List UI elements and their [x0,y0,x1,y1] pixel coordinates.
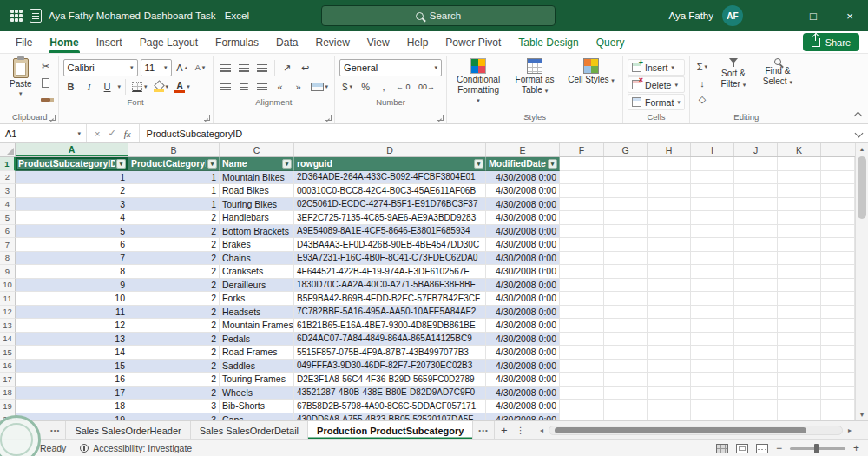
row-header-11[interactable]: 11 [0,292,16,306]
cell-K2[interactable] [778,171,821,185]
percent-style-button[interactable]: % [358,80,373,95]
cell-B12[interactable]: 2 [128,306,220,320]
cell-F1[interactable] [560,157,604,171]
cell-E18[interactable]: 4/30/2008 0:00 [486,387,560,400]
cell-C2[interactable]: Mountain Bikes [220,171,294,185]
cell-D3[interactable]: 000310C0-BCC8-42C4-B0C3-45AE611AF06B [294,184,486,198]
insert-cells-button[interactable]: Insert▾ [628,59,685,76]
cell-A17[interactable]: 16 [16,373,128,387]
cell-B20[interactable]: 3 [128,413,220,421]
cell-H15[interactable] [648,346,691,360]
cell-G14[interactable] [604,333,648,347]
cell-K4[interactable] [778,198,821,212]
cell-F3[interactable] [560,184,604,198]
cell-F6[interactable] [560,225,604,239]
cell-G18[interactable] [604,387,648,400]
cell-H9[interactable] [648,265,691,279]
cell-D19[interactable]: 67B58D2B-5798-4A90-8C6C-5DDACF057171 [294,400,486,413]
row-header-3[interactable]: 3 [0,184,16,198]
menu-tab-page-layout[interactable]: Page Layout [131,31,207,53]
column-header-F[interactable]: F [560,143,604,156]
cell-H13[interactable] [648,319,691,333]
cell-J13[interactable] [734,319,778,333]
menu-tab-formulas[interactable]: Formulas [207,31,267,53]
cell-I9[interactable] [691,265,734,279]
formula-input[interactable]: ProductSubcategoryID [140,124,849,142]
sheet-tab-sales-salesorderdetail[interactable]: Sales SalesOrderDetail [191,421,308,439]
cell-C11[interactable]: Forks [220,292,294,306]
cell-I1[interactable] [691,157,734,171]
menu-tab-help[interactable]: Help [398,31,437,53]
menu-tab-table-design[interactable]: Table Design [510,31,587,53]
cell-G11[interactable] [604,292,648,306]
cell-A8[interactable]: 7 [16,252,128,266]
cell-E7[interactable]: 4/30/2008 0:00 [486,238,560,252]
cell-K6[interactable] [778,225,821,239]
cell-D1[interactable]: rowguid▾ [294,157,486,171]
align-right-button[interactable] [254,80,270,95]
cell-B18[interactable]: 2 [128,387,220,400]
cell-C19[interactable]: Bib-Shorts [220,400,294,413]
cut-button[interactable]: ✂ [38,59,54,74]
cell-A16[interactable]: 15 [16,360,128,373]
cell-C12[interactable]: Headsets [220,306,294,320]
close-button[interactable]: × [832,0,868,31]
row-header-1[interactable]: 1 [0,157,16,171]
cancel-entry-icon[interactable]: × [95,129,100,139]
cell-J2[interactable] [734,171,778,185]
number-format-select[interactable]: General▾ [339,59,442,76]
cell-D9[interactable]: 4F644521-422B-4F19-974A-E3DF6102567E [294,265,486,279]
page-break-view-button[interactable] [756,444,768,453]
cell-B19[interactable]: 3 [128,400,220,413]
cell-E3[interactable]: 4/30/2008 0:00 [486,184,560,198]
search-box[interactable]: Search [321,5,556,26]
cell-G20[interactable] [604,413,648,421]
cell-J19[interactable] [734,400,778,413]
cell-K12[interactable] [778,306,821,320]
cell-G3[interactable] [604,184,648,198]
cell-B9[interactable]: 2 [128,265,220,279]
align-center-button[interactable] [236,80,252,95]
cell-J14[interactable] [734,333,778,347]
cell-F2[interactable] [560,171,604,185]
orientation-button[interactable]: ↗ [279,61,295,76]
align-top-button[interactable] [218,61,233,76]
cell-J9[interactable] [734,265,778,279]
column-header-C[interactable]: C [220,143,294,156]
user-name[interactable]: Aya Fathy [668,10,713,21]
cell-I15[interactable] [691,346,734,360]
cell-I3[interactable] [691,184,734,198]
cell-A11[interactable]: 10 [16,292,128,306]
row-header-19[interactable]: 19 [0,400,16,413]
cell-E17[interactable]: 4/30/2008 0:00 [486,373,560,387]
cell-I10[interactable] [691,279,734,293]
cell-K7[interactable] [778,238,821,252]
cell-B1[interactable]: ProductCategoryID▾ [128,157,220,171]
row-header-17[interactable]: 17 [0,373,16,387]
delete-cells-button[interactable]: Delete▾ [628,76,685,93]
cell-J10[interactable] [734,279,778,293]
cell-J6[interactable] [734,225,778,239]
cell-C3[interactable]: Road Bikes [220,184,294,198]
cell-B17[interactable]: 2 [128,373,220,387]
copy-button[interactable] [38,76,54,90]
conditional-formatting-button[interactable]: Conditional Formatting ▾ [451,56,505,107]
cell-F12[interactable] [560,306,604,320]
normal-view-button[interactable] [716,444,728,453]
cell-F8[interactable] [560,252,604,266]
column-header-K[interactable]: K [778,143,821,156]
cell-G2[interactable] [604,171,648,185]
cell-A12[interactable]: 11 [16,306,128,320]
confirm-entry-icon[interactable]: ✓ [108,128,115,139]
cell-G12[interactable] [604,306,648,320]
cell-I13[interactable] [691,319,734,333]
cell-H14[interactable] [648,333,691,347]
cell-D16[interactable]: 049FFFA3-9D30-46DF-82F7-F20730EC02B3 [294,360,486,373]
filter-button-C[interactable]: ▾ [282,159,292,169]
cell-B3[interactable]: 1 [128,184,220,198]
accounting-format-button[interactable]: $▾ [339,80,355,95]
row-header-16[interactable]: 16 [0,360,16,373]
cell-F18[interactable] [560,387,604,400]
cell-C4[interactable]: Touring Bikes [220,198,294,212]
sheet-tab-sales-salesorderheader[interactable]: Sales SalesOrderHeader [66,421,190,439]
